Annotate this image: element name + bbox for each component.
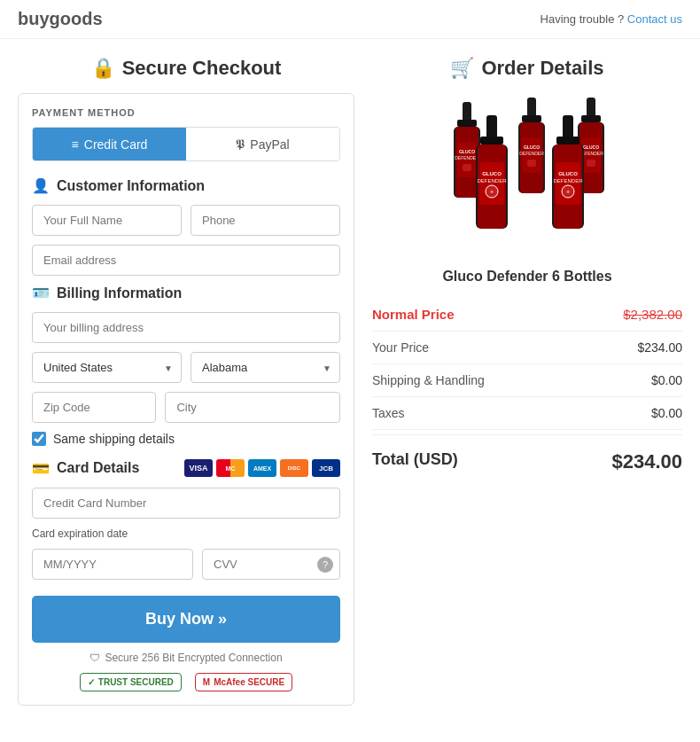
svg-rect-24 (486, 115, 497, 138)
trusted-badge: ✓ TRUST SECURED (80, 673, 182, 691)
mcafee-badge: M McAfee SECURE (195, 673, 292, 691)
payment-method-label: PAYMENT METHOD (32, 107, 340, 118)
svg-rect-23 (527, 160, 536, 167)
credit-card-icon: ≡ (72, 137, 79, 152)
security-badges: ✓ TRUST SECURED M McAfee SECURE (32, 673, 340, 691)
payment-tabs: ≡ Credit Card 𝕻 PayPal (32, 127, 340, 161)
tab-paypal[interactable]: 𝕻 PayPal (186, 128, 339, 160)
country-state-row: United States ▼ Alabama ▼ (32, 352, 340, 383)
normal-price-value: $2,382.00 (623, 307, 682, 322)
svg-rect-0 (463, 102, 471, 121)
taxes-value: $0.00 (651, 406, 682, 420)
cart-icon: 🛒 (450, 57, 474, 80)
visa-icon: VISA (184, 459, 213, 477)
svg-rect-33 (563, 115, 573, 138)
svg-rect-9 (581, 115, 601, 122)
product-image: GLUCO DEFENDER GLUCO DEFENDER (372, 93, 682, 255)
total-divider (372, 434, 682, 435)
svg-rect-16 (527, 98, 536, 117)
svg-text:DEFENDER: DEFENDER (519, 151, 544, 156)
cvv-help-icon[interactable]: ? (317, 557, 333, 573)
full-name-input[interactable] (32, 205, 182, 236)
country-wrapper: United States ▼ (32, 352, 182, 383)
city-input[interactable] (165, 392, 340, 423)
product-bottles-svg: GLUCO DEFENDER GLUCO DEFENDER (430, 93, 625, 253)
email-row (32, 245, 340, 276)
your-price-value: $234.00 (637, 340, 682, 355)
top-bar: buygoods Having trouble ? Contact us (0, 0, 700, 39)
billing-info-heading: 🪪 Billing Information (32, 285, 340, 301)
svg-text:GLUCO: GLUCO (482, 171, 502, 176)
expiry-input[interactable] (32, 549, 193, 580)
contact-link[interactable]: Contact us (627, 12, 682, 26)
logo: buygoods (18, 9, 103, 29)
svg-rect-25 (480, 137, 503, 144)
total-label: Total (USD) (372, 450, 458, 473)
svg-rect-34 (556, 137, 579, 144)
mcafee-badge-icon: M (203, 677, 210, 687)
customer-info-heading: 👤 Customer Information (32, 177, 340, 194)
svg-rect-17 (522, 115, 541, 122)
same-shipping-checkbox[interactable] (32, 432, 46, 446)
card-number-row (32, 488, 340, 519)
jcb-icon: JCB (312, 459, 340, 477)
svg-rect-7 (463, 164, 471, 171)
checkout-title: 🔒 Secure Checkout (18, 57, 354, 80)
tab-credit-card[interactable]: ≡ Credit Card (33, 128, 186, 160)
shipping-row: Shipping & Handling $0.00 (372, 364, 682, 397)
card-details-heading: 💳 Card Details (32, 460, 139, 477)
zip-input[interactable] (32, 392, 156, 423)
discover-icon: DISC (280, 459, 308, 477)
amex-icon: AMEX (248, 459, 276, 477)
card-icons-row: VISA MC AMEX DISC JCB (184, 459, 340, 477)
total-row: Total (USD) $234.00 (372, 440, 682, 484)
expiry-label: Card expiration date (32, 527, 340, 540)
svg-text:+: + (490, 189, 494, 195)
billing-icon: 🪪 (32, 285, 50, 301)
phone-input[interactable] (191, 205, 340, 236)
trouble-area: Having trouble ? Contact us (541, 12, 682, 26)
country-select[interactable]: United States (32, 352, 182, 383)
paypal-icon: 𝕻 (236, 137, 245, 152)
normal-price-row: Normal Price $2,382.00 (372, 298, 682, 332)
shipping-label: Shipping & Handling (372, 373, 485, 387)
svg-text:DEFENDER: DEFENDER (553, 178, 583, 184)
main-layout: 🔒 Secure Checkout PAYMENT METHOD ≡ Credi… (0, 39, 700, 723)
card-icon: 💳 (32, 460, 50, 477)
checkout-card: PAYMENT METHOD ≡ Credit Card 𝕻 PayPal 👤 … (18, 93, 354, 706)
svg-rect-15 (587, 160, 595, 167)
svg-text:DEFENDER: DEFENDER (477, 178, 507, 184)
checkout-section: 🔒 Secure Checkout PAYMENT METHOD ≡ Credi… (18, 57, 354, 706)
order-title: 🛒 Order Details (372, 57, 682, 80)
svg-text:DEFENDER: DEFENDER (455, 155, 479, 160)
svg-text:GLUCO: GLUCO (583, 144, 599, 150)
your-price-row: Your Price $234.00 (372, 332, 682, 364)
svg-rect-37 (556, 162, 580, 205)
svg-rect-8 (587, 98, 595, 117)
state-select[interactable]: Alabama (191, 352, 340, 383)
lock-icon: 🔒 (91, 57, 115, 80)
trusted-badge-icon: ✓ (88, 677, 95, 687)
address-row (32, 312, 340, 343)
total-value: $234.00 (611, 450, 682, 473)
secure-note: 🛡 Secure 256 Bit Encrypted Connection (32, 652, 340, 664)
order-section: 🛒 Order Details GLUCO DEFENDER (372, 57, 682, 706)
same-shipping-row: Same shipping details (32, 432, 340, 446)
svg-text:GLUCO: GLUCO (459, 149, 475, 154)
name-phone-row (32, 205, 340, 236)
buy-now-button[interactable]: Buy Now » (32, 596, 340, 643)
svg-rect-1 (457, 120, 477, 127)
product-name: Gluco Defender 6 Bottles (372, 269, 682, 285)
your-price-label: Your Price (372, 340, 429, 355)
shipping-value: $0.00 (651, 373, 682, 387)
expiry-cvv-row: ? (32, 549, 340, 580)
billing-address-input[interactable] (32, 312, 340, 343)
zip-city-row (32, 392, 340, 423)
svg-text:GLUCO: GLUCO (558, 171, 578, 176)
email-input[interactable] (32, 245, 340, 276)
svg-text:GLUCO: GLUCO (524, 144, 540, 150)
normal-price-label: Normal Price (372, 307, 455, 322)
svg-text:+: + (566, 189, 570, 195)
shield-icon: 🛡 (89, 652, 100, 664)
card-number-input[interactable] (32, 488, 340, 519)
